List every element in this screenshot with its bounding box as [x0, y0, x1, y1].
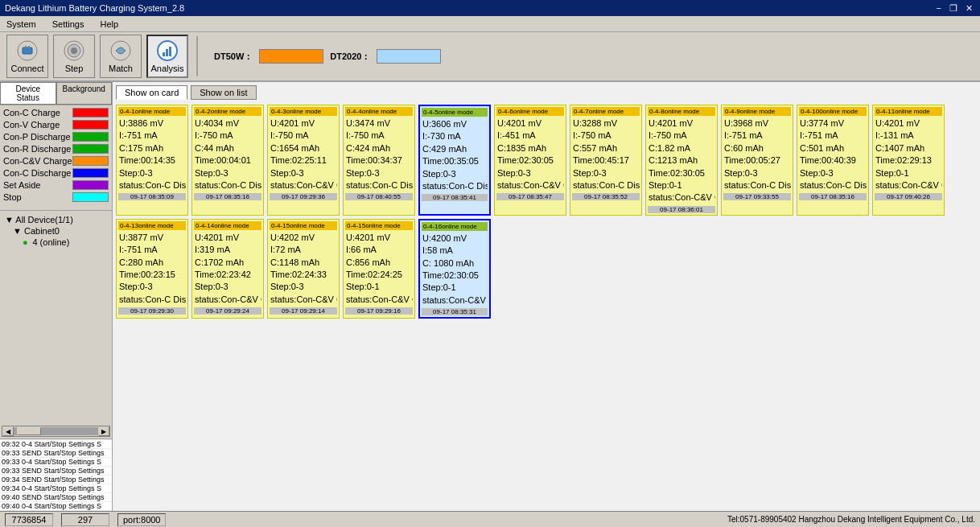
log-line: 09:40 0-4 Start/Stop Settings S: [0, 502, 112, 511]
status-center-value: 297: [61, 513, 109, 526]
card-0-4-100[interactable]: 0-4-100online modeU:3774 mVI:-751 mAC:50…: [797, 105, 869, 216]
card-0-4-14[interactable]: 0-4-14online modeU:4201 mVI:319 mAC:1702…: [191, 219, 264, 319]
menu-settings[interactable]: Settings: [49, 19, 88, 30]
card-line: Step:0-3: [723, 167, 791, 179]
card-date-0-4-11: 09-17 09:40:26: [875, 193, 942, 200]
card-date-0-4-15b: 09-17 09:29:16: [345, 307, 413, 315]
status-stop-label: Stop: [3, 192, 22, 202]
restore-button[interactable]: ❐: [947, 3, 960, 14]
card-0-4-13[interactable]: 0-4-13online modeU:3877 mVI:-751 mAC:280…: [116, 219, 188, 319]
tree-all-devices[interactable]: ▼ All Device(1/1): [3, 214, 109, 225]
card-line: Time:02:30:05: [648, 167, 715, 179]
tab-show-on-card[interactable]: Show on card: [116, 85, 187, 100]
card-header-0-4-3: 0-4-3online mode: [270, 107, 337, 116]
card-0-4-15[interactable]: 0-4-15online modeU:4202 mVI:72 mAC:1148 …: [267, 219, 340, 319]
right-panel: Show on card Show on list 0-4-1online mo…: [113, 82, 980, 511]
card-date-0-4-16: 09-17 08:35:31: [422, 308, 488, 315]
svg-rect-11: [169, 47, 171, 56]
dt2020-bar: [377, 49, 441, 64]
card-line: status:Con-C Disch...: [345, 179, 413, 191]
card-0-4-8[interactable]: 0-4-8online modeU:4201 mVI:-750 mAC:1.82…: [645, 105, 718, 216]
scroll-left-btn[interactable]: ◀: [2, 426, 14, 436]
menu-system[interactable]: System: [3, 19, 39, 30]
tree-online[interactable]: ● 4 (online): [3, 237, 109, 248]
dt-area: DT50W： DT2020：: [214, 49, 441, 64]
tree-all-label: All Device(1/1): [15, 215, 73, 224]
tab-device-status[interactable]: Device Status: [0, 82, 56, 105]
left-panel: Device Status Background Con-C Charge Co…: [0, 82, 113, 511]
card-0-4-7[interactable]: 0-4-7online modeU:3288 mVI:-750 mAC:557 …: [570, 105, 642, 216]
card-line: U:4201 mV: [648, 117, 715, 130]
device-tree: ▼ All Device(1/1) ▼ Cabinet0 ● 4 (online…: [0, 211, 112, 424]
card-line: I:319 mA: [194, 244, 261, 256]
color-box-con-v-charge: [72, 120, 109, 130]
log-line: 09:33 0-4 Start/Stop Settings S: [0, 458, 112, 467]
horizontal-scrollbar[interactable]: ◀ ▶: [2, 426, 110, 437]
card-0-4-11[interactable]: 0-4-11online modeU:4201 mVI:-131 mAC:140…: [872, 105, 945, 216]
connect-icon: [16, 39, 39, 62]
card-line: Step:0-3: [118, 167, 186, 179]
color-box-con-cv-charge: [72, 156, 109, 166]
status-con-r-discharge-label: Con-R Discharge: [3, 144, 71, 154]
card-date-0-4-14: 09-17 09:29:24: [194, 307, 261, 315]
card-line: I:72 mA: [270, 244, 337, 256]
minimize-button[interactable]: −: [934, 3, 944, 14]
tree-dot-icon: ●: [23, 237, 28, 247]
card-line: Time:02:30:05: [496, 154, 564, 167]
list-item: Con-P Discharge: [2, 131, 110, 142]
card-line: I:-451 mA: [496, 130, 564, 142]
status-port: port:8000: [117, 513, 166, 526]
card-header-0-4-14: 0-4-14online mode: [194, 221, 261, 230]
step-icon: [63, 39, 85, 62]
scroll-right-btn[interactable]: ▶: [98, 426, 109, 436]
connect-button[interactable]: Connect: [6, 35, 48, 78]
match-button[interactable]: Match: [100, 35, 142, 78]
card-header-0-4-8: 0-4-8online mode: [648, 107, 715, 116]
analysis-button[interactable]: Analysis: [146, 35, 188, 78]
menu-help[interactable]: Help: [97, 19, 121, 30]
step-button[interactable]: Step: [53, 35, 95, 78]
card-line: Time:02:23:42: [194, 269, 261, 281]
toolbar-separator: [196, 36, 198, 76]
card-0-4-2[interactable]: 0-4-2online modeU:4034 mVI:-750 mAC:44 m…: [191, 105, 264, 216]
tree-cabinet[interactable]: ▼ Cabinet0: [3, 225, 109, 237]
titlebar: Dekang Lithium Battery Charging System_2…: [0, 0, 980, 16]
analysis-label: Analysis: [151, 64, 184, 73]
status-set-aside-label: Set Aside: [3, 180, 40, 190]
card-0-4-1[interactable]: 0-4-1online modeU:3886 mVI:-751 mAC:175 …: [116, 105, 188, 216]
card-date-0-4-5: 09-17 08:35:41: [422, 194, 488, 201]
card-0-4-9[interactable]: 0-4-9online modeU:3968 mVI:-751 mAC:60 m…: [721, 105, 793, 216]
tab-background[interactable]: Background: [56, 82, 113, 105]
list-item: Con-R Discharge: [2, 143, 110, 154]
card-line: C:44 mAh: [194, 142, 261, 154]
card-line: U:3774 mV: [799, 117, 867, 130]
card-0-4-6[interactable]: 0-4-6online modeU:4201 mVI:-451 mAC:1835…: [494, 105, 566, 216]
tree-expand-icon: ▼: [5, 215, 15, 224]
card-line: Step:0-1: [345, 281, 413, 293]
card-0-4-3[interactable]: 0-4-3online modeU:4201 mVI:-750 mAC:1654…: [267, 105, 340, 216]
tab-show-on-list[interactable]: Show on list: [191, 85, 256, 100]
card-line: Time:02:24:25: [345, 269, 413, 281]
card-line: Time:00:40:39: [799, 154, 867, 167]
card-date-0-4-8: 09-17 08:36:01: [648, 206, 715, 213]
card-line: C:1.82 mA: [648, 142, 715, 154]
close-button[interactable]: ✕: [963, 3, 975, 14]
tree-cabinet-icon: ▼: [13, 226, 24, 236]
card-date-0-4-7: 09-17 08:35:52: [572, 193, 640, 200]
list-item: Set Aside: [2, 179, 110, 191]
card-0-4-15b[interactable]: 0-4-15online modeU:4201 mVI:66 mAC:856 m…: [343, 219, 415, 319]
card-line: status:Con-C Disch...: [723, 179, 791, 191]
card-0-4-4[interactable]: 0-4-4online modeU:3474 mVI:-750 mAC:424 …: [343, 105, 415, 216]
card-0-4-5[interactable]: 0-4-5online modeU:3606 mVI:-730 mAC:429 …: [418, 105, 491, 216]
card-header-0-4-6: 0-4-6online mode: [496, 107, 564, 116]
card-line: Step:0-3: [345, 167, 413, 179]
card-line: I:-131 mA: [875, 130, 942, 142]
scroll-thumb[interactable]: [17, 427, 41, 435]
card-line: U:4034 mV: [194, 117, 261, 130]
statusbar: 7736854 297 port:8000 Tel:0571-89905402 …: [0, 511, 980, 527]
color-box-con-c-charge: [72, 108, 109, 117]
card-0-4-16[interactable]: 0-4-16online modeU:4200 mVI:58 mAC: 1080…: [418, 219, 491, 319]
card-header-0-4-100: 0-4-100online mode: [799, 107, 867, 116]
log-line: 09:34 0-4 Start/Stop Settings S: [0, 484, 112, 493]
card-line: I:-751 mA: [118, 244, 186, 256]
